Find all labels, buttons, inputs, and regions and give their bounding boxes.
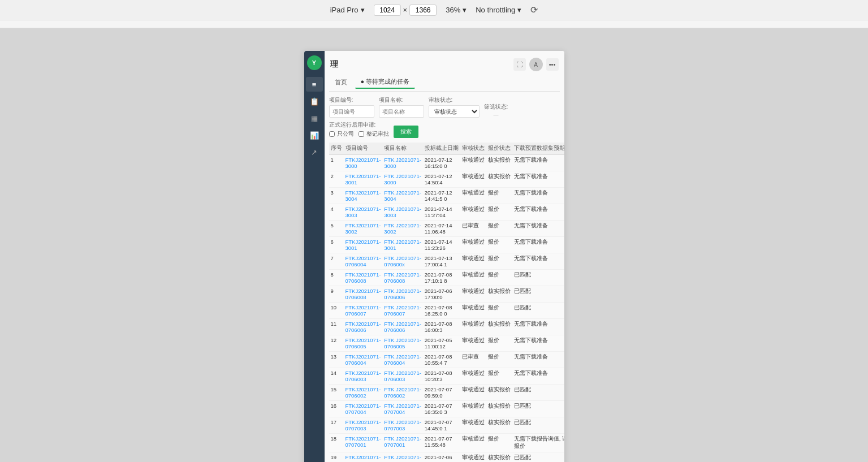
order-no-link[interactable]: FTKJ2021071-3000 xyxy=(346,157,381,169)
sidebar-item-export[interactable]: ↗ xyxy=(306,145,323,159)
zoom-selector[interactable]: 36% ▾ xyxy=(446,6,467,14)
project-name-link[interactable]: FTK.J2021071-0706001 xyxy=(384,454,421,462)
checkbox-record-input[interactable] xyxy=(359,131,364,137)
order-no-input[interactable] xyxy=(329,105,374,118)
project-name-link[interactable]: FTK.J2021071-0707004 xyxy=(384,403,421,415)
order-no-link[interactable]: FTKJ2021071-0706003 xyxy=(346,370,381,382)
project-name-link[interactable]: FTK.J2021071-0706004 xyxy=(384,353,421,366)
user-avatar[interactable]: A xyxy=(529,58,543,71)
project-name-link[interactable]: FTK.J2021071-3003 xyxy=(384,206,421,218)
expand-icon-btn[interactable]: ⛶ xyxy=(513,58,526,71)
cell-no: FTKJ2021071-0707003 xyxy=(344,417,383,434)
project-name-link[interactable]: FTK.J2021071-0707003 xyxy=(384,419,421,431)
width-input[interactable] xyxy=(374,5,401,16)
table-row: 17 FTKJ2021071-0707003 FTK.J2021071-0707… xyxy=(329,417,564,434)
cell-download: 无需下载准备 xyxy=(512,352,564,368)
cell-date: 2021-07-07 14:45:0 1 xyxy=(423,417,460,434)
cell-status: 审核通过 xyxy=(460,286,486,303)
device-selector[interactable]: iPad Pro ▾ xyxy=(330,6,365,14)
project-name-link[interactable]: FTK.J2021071-070600x xyxy=(384,255,421,267)
order-no-link[interactable]: FTKJ2021071-3004 xyxy=(346,189,381,202)
checkbox-company[interactable]: 只公司 xyxy=(329,130,354,138)
project-name-link[interactable]: FTK.J2021071-3002 xyxy=(384,222,421,235)
height-input[interactable] xyxy=(409,5,437,16)
more-options-btn[interactable]: ••• xyxy=(546,58,559,71)
throttle-selector[interactable]: No throttling ▾ xyxy=(476,6,521,14)
project-name-link[interactable]: FTK.J2021071-0706003 xyxy=(384,370,421,382)
cell-date: 2021-07-12 14:50:4 xyxy=(423,171,460,188)
filter-trial-status: 正式运行后用申请: 只公司 整记审批 xyxy=(329,121,389,138)
col-no: 项目编号 xyxy=(344,143,383,155)
table-row: 19 FTKJ2021071-0706001 FTK.J2021071-0706… xyxy=(329,452,564,463)
order-no-link[interactable]: FTKJ2021071-3001 xyxy=(346,173,381,185)
rotate-icon[interactable]: ⟳ xyxy=(530,5,538,15)
cell-quote: 报价 xyxy=(486,303,512,319)
order-no-link[interactable]: FTKJ2021071-0707001 xyxy=(346,435,381,448)
project-name-link[interactable]: FTK.J2021071-3000 xyxy=(384,173,421,185)
project-name-link[interactable]: FTK.J2021071-0706006 xyxy=(384,321,421,333)
cell-download: 已匹配 xyxy=(512,385,564,401)
cell-seq: 4 xyxy=(329,204,344,221)
filter-more-status: 筛选状态: — xyxy=(484,103,508,118)
project-name-link[interactable]: FTK.J2021071-0707001 xyxy=(384,435,421,448)
cell-seq: 9 xyxy=(329,286,344,303)
sidebar-item-menu[interactable]: ≡ xyxy=(306,77,323,92)
filter-project-name: 项目名称: xyxy=(379,96,424,118)
review-status-label: 审核状态: xyxy=(429,96,480,104)
review-status-select[interactable]: 审核状态 xyxy=(429,105,480,118)
checkbox-company-input[interactable] xyxy=(329,131,335,137)
project-name-link[interactable]: FTK.J2021071-0706002 xyxy=(384,386,421,399)
order-no-link[interactable]: FTKJ2021071-0706006 xyxy=(346,321,381,333)
page-title: 理 xyxy=(330,59,338,70)
cell-download: 已匹配 xyxy=(512,286,564,303)
filter-order-no: 项目编号: xyxy=(329,96,374,118)
sidebar-item-orders[interactable]: 📋 xyxy=(306,94,323,109)
cell-name: FTK.J2021071-0706006 xyxy=(382,286,422,303)
tab-pending[interactable]: ● 等待完成的任务 xyxy=(355,76,416,89)
order-no-link[interactable]: FTKJ2021071-3002 xyxy=(346,222,381,235)
cell-name: FTK.J2021071-3000 xyxy=(382,171,422,188)
tab-home[interactable]: 首页 xyxy=(329,76,353,89)
order-no-link[interactable]: FTKJ2021071-0706004 xyxy=(346,255,381,267)
col-quote: 报价状态 xyxy=(486,143,512,155)
cell-quote: 报价 xyxy=(486,335,512,352)
order-no-link[interactable]: FTKJ2021071-0706008 xyxy=(346,271,381,284)
order-no-link[interactable]: FTKJ2021071-0707004 xyxy=(346,403,381,415)
order-no-link[interactable]: FTKJ2021071-0706007 xyxy=(346,304,381,317)
project-name-link[interactable]: FTK.J2021071-0706007 xyxy=(384,304,421,317)
project-name-link[interactable]: FTK.J2021071-0706005 xyxy=(384,337,421,349)
cell-no: FTKJ2021071-3001 xyxy=(344,237,383,253)
project-name-link[interactable]: FTK.J2021071-3000 xyxy=(384,157,421,169)
project-name-link[interactable]: FTK.J2021071-3001 xyxy=(384,239,421,251)
cell-no: FTKJ2021071-0707004 xyxy=(344,401,383,417)
col-status: 审核状态 xyxy=(460,143,486,155)
cell-no: FTKJ2021071-0706007 xyxy=(344,303,383,319)
sidebar-item-reports[interactable]: 📊 xyxy=(306,128,323,143)
order-no-link[interactable]: FTKJ2021071-0706001 xyxy=(346,454,381,462)
order-no-link[interactable]: FTKJ2021071-0706002 xyxy=(346,386,381,399)
cell-status: 已审查 xyxy=(460,221,486,237)
order-no-link[interactable]: FTKJ2021071-3003 xyxy=(346,206,381,218)
tabs: 首页 ● 等待完成的任务 xyxy=(329,76,560,92)
order-no-link[interactable]: FTKJ2021071-0706005 xyxy=(346,337,381,349)
table-row: 4 FTKJ2021071-3003 FTK.J2021071-3003 202… xyxy=(329,204,564,221)
cell-name: FTK.J2021071-0706007 xyxy=(382,303,422,319)
order-no-link[interactable]: FTKJ2021071-0706008 xyxy=(346,288,381,300)
search-button[interactable]: 搜索 xyxy=(394,126,418,138)
project-name-link[interactable]: FTK.J2021071-0706008 xyxy=(384,271,421,284)
order-no-link[interactable]: FTKJ2021071-0707003 xyxy=(346,419,381,431)
cell-download: 无需下载准备 xyxy=(512,253,564,270)
checkbox-record[interactable]: 整记审批 xyxy=(359,130,389,138)
project-name-link[interactable]: FTK.J2021071-3004 xyxy=(384,189,421,202)
table-row: 16 FTKJ2021071-0707004 FTK.J2021071-0707… xyxy=(329,401,564,417)
cell-status: 审核通过 xyxy=(460,204,486,221)
cell-name: FTK.J2021071-3004 xyxy=(382,188,422,204)
cell-date: 2021-07-07 16:35:0 3 xyxy=(423,401,460,417)
sidebar-item-inventory[interactable]: ▦ xyxy=(306,111,323,126)
cell-name: FTK.J2021071-070600x xyxy=(382,253,422,270)
order-no-link[interactable]: FTKJ2021071-3001 xyxy=(346,239,381,251)
order-no-link[interactable]: FTKJ2021071-0706004 xyxy=(346,353,381,366)
project-name-link[interactable]: FTK.J2021071-0706006 xyxy=(384,288,421,300)
cell-download: 无需下载准备 xyxy=(512,368,564,385)
project-name-input[interactable] xyxy=(379,105,424,118)
